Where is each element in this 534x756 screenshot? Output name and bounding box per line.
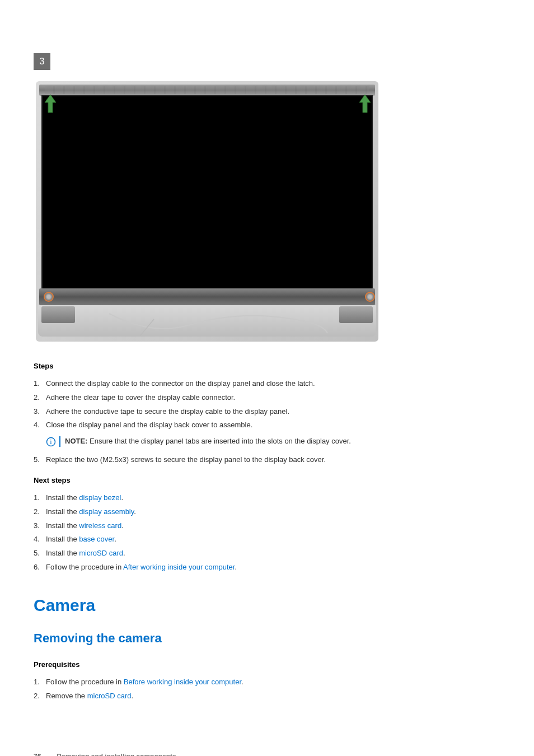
note-label: NOTE:	[65, 437, 87, 445]
prerequisites-heading: Prerequisites	[34, 660, 500, 670]
link-base-cover[interactable]: base cover	[79, 535, 114, 543]
next-steps-list: Install the display bezel. Install the d…	[34, 493, 500, 573]
text: Install the	[46, 521, 79, 530]
page-number: 76	[34, 752, 41, 756]
prerequisites-list: Follow the procedure in Before working i…	[34, 677, 500, 702]
text: .	[121, 493, 123, 502]
step-item: Close the display panel and the display …	[34, 420, 500, 447]
arrow-up-left-icon	[44, 94, 57, 114]
link-display-bezel[interactable]: display bezel	[79, 493, 121, 502]
link-display-assembly[interactable]: display assembly	[79, 507, 134, 516]
hinge-left	[41, 306, 75, 323]
text: .	[131, 692, 133, 700]
heading-camera: Camera	[34, 593, 500, 618]
step-item: Replace the two (M2.5x3) screws to secur…	[34, 455, 500, 465]
note-divider	[59, 436, 60, 447]
text: Install the	[46, 493, 79, 502]
list-item: Follow the procedure in Before working i…	[34, 677, 500, 688]
text: .	[114, 535, 116, 543]
text: .	[123, 549, 125, 557]
info-icon: i	[46, 437, 56, 447]
note-body: Ensure that the display panel tabs are i…	[87, 437, 350, 445]
heading-removing-camera: Removing the camera	[34, 629, 500, 647]
list-item: Install the display bezel.	[34, 493, 500, 503]
text: Install the	[46, 507, 79, 516]
list-item: Install the wireless card.	[34, 521, 500, 531]
link-microsd-card[interactable]: microSD card	[79, 549, 123, 557]
steps-heading: Steps	[34, 361, 500, 372]
list-item: Install the display assembly.	[34, 507, 500, 517]
steps-list: Connect the display cable to the connect…	[34, 379, 500, 465]
list-item: Install the microSD card.	[34, 548, 500, 559]
arrow-up-right-icon	[358, 94, 372, 114]
text: Follow the procedure in	[46, 678, 124, 686]
step-item: Adhere the conductive tape to secure the…	[34, 407, 500, 417]
hinge-right	[339, 306, 373, 323]
display-screen	[41, 95, 373, 290]
figure-step-badge: 3	[34, 53, 50, 70]
page-footer: 76 Removing and installing components	[34, 752, 500, 756]
link-before-working[interactable]: Before working inside your computer	[124, 678, 241, 686]
text: Follow the procedure in	[46, 563, 123, 571]
text: Install the	[46, 549, 79, 557]
screw-left-icon	[44, 292, 54, 302]
svg-text:i: i	[50, 438, 52, 446]
text: .	[241, 678, 243, 686]
text: Remove the	[46, 692, 87, 700]
display-panel-figure: 3	[34, 53, 381, 344]
step-text: Close the display panel and the display …	[46, 421, 252, 429]
text: Install the	[46, 535, 79, 543]
text: .	[134, 507, 136, 516]
step-item: Adhere the clear tape to cover the displ…	[34, 393, 500, 403]
link-after-working[interactable]: After working inside your computer	[123, 563, 235, 571]
link-microsd-card[interactable]: microSD card	[87, 692, 132, 700]
text: .	[235, 563, 237, 571]
display-cable-icon	[106, 311, 330, 339]
bottom-bezel	[39, 288, 375, 305]
text: .	[121, 521, 124, 530]
footer-chapter: Removing and installing components	[57, 752, 176, 756]
screw-right-icon	[365, 292, 375, 302]
list-item: Install the base cover.	[34, 534, 500, 545]
step-item: Connect the display cable to the connect…	[34, 379, 500, 389]
next-steps-heading: Next steps	[34, 475, 500, 486]
note-box: i NOTE: Ensure that the display panel ta…	[46, 436, 500, 447]
list-item: Remove the microSD card.	[34, 691, 500, 702]
link-wireless-card[interactable]: wireless card	[79, 521, 121, 530]
list-item: Follow the procedure in After working in…	[34, 562, 500, 573]
top-bezel	[39, 85, 375, 96]
note-text: NOTE: Ensure that the display panel tabs…	[65, 436, 351, 447]
